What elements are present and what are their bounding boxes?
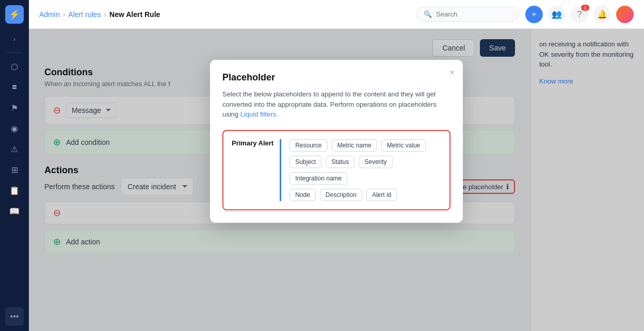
breadcrumb: Admin › Alert rules › New Alert Rule bbox=[39, 10, 410, 19]
sidebar-icon-grid[interactable]: ⊞ bbox=[5, 160, 24, 179]
search-box[interactable]: 🔍 bbox=[416, 7, 519, 22]
modal-close-button[interactable]: × bbox=[450, 68, 455, 77]
sidebar-icon-flag[interactable]: ⚑ bbox=[5, 98, 24, 117]
placeholder-tag-node[interactable]: Node bbox=[289, 189, 316, 201]
modal-overlay[interactable]: Placeholder Select the below placeholder… bbox=[29, 29, 644, 331]
help-button[interactable]: ? 1 bbox=[571, 6, 588, 23]
main-content: Admin › Alert rules › New Alert Rule 🔍 +… bbox=[29, 0, 644, 331]
placeholder-modal: Placeholder Select the below placeholder… bbox=[210, 60, 463, 223]
placeholder-row-2: Subject Status Severity Integration name bbox=[289, 156, 441, 185]
sidebar-icon-home[interactable]: ⬡ bbox=[5, 57, 24, 76]
placeholder-tag-integration-name[interactable]: Integration name bbox=[289, 172, 347, 185]
placeholder-content: Primary Alert Resource Metric name Metri… bbox=[222, 130, 450, 210]
sidebar-icon-clipboard[interactable]: 📋 bbox=[5, 181, 24, 200]
placeholder-tag-severity[interactable]: Severity bbox=[359, 156, 392, 168]
placeholder-tag-metric-value[interactable]: Metric value bbox=[381, 139, 426, 152]
breadcrumb-alert-rules[interactable]: Alert rules bbox=[68, 10, 101, 19]
placeholder-tag-subject[interactable]: Subject bbox=[289, 156, 321, 168]
search-input[interactable] bbox=[436, 10, 511, 18]
topbar: Admin › Alert rules › New Alert Rule 🔍 +… bbox=[29, 0, 644, 29]
add-button[interactable]: + bbox=[525, 6, 543, 23]
breadcrumb-sep-2: › bbox=[104, 10, 106, 19]
sidebar-icon-book[interactable]: 📖 bbox=[5, 202, 24, 220]
bell-button[interactable]: 🔔 bbox=[593, 6, 611, 23]
team-button[interactable]: 👥 bbox=[548, 6, 566, 23]
sidebar-icon-alerts[interactable]: ≡ bbox=[5, 78, 24, 96]
content-area: Cancel Save Conditions When an incoming … bbox=[29, 29, 644, 331]
breadcrumb-admin[interactable]: Admin bbox=[39, 10, 60, 19]
placeholder-tag-status[interactable]: Status bbox=[326, 156, 355, 168]
placeholder-tag-description[interactable]: Description bbox=[320, 189, 362, 201]
sidebar-icon-warning[interactable]: ⚠ bbox=[5, 140, 24, 158]
search-icon: 🔍 bbox=[424, 10, 432, 18]
sidebar-expand-icon[interactable]: › bbox=[5, 30, 24, 48]
topbar-actions: + 👥 ? 1 🔔 bbox=[525, 6, 634, 23]
notification-badge: 1 bbox=[581, 5, 589, 11]
sidebar-icon-monitor[interactable]: ◉ bbox=[5, 119, 24, 138]
primary-alert-col: Primary Alert bbox=[232, 139, 281, 201]
placeholder-tag-alert-id[interactable]: Alert id bbox=[366, 189, 397, 201]
sidebar: ⚡ › ⬡ ≡ ⚑ ◉ ⚠ ⊞ 📋 📖 ••• bbox=[0, 0, 29, 331]
primary-alert-label: Primary Alert bbox=[232, 139, 273, 147]
app-logo[interactable]: ⚡ bbox=[5, 5, 24, 24]
liquid-filters-link[interactable]: Liquid filters. bbox=[240, 110, 278, 118]
modal-desc: Select the below placeholders to append … bbox=[222, 89, 450, 120]
breadcrumb-current: New Alert Rule bbox=[109, 10, 160, 19]
placeholder-row-1: Resource Metric name Metric value bbox=[289, 139, 441, 152]
avatar[interactable] bbox=[616, 6, 634, 23]
modal-title: Placeholder bbox=[222, 72, 450, 83]
placeholder-tags: Resource Metric name Metric value Subjec… bbox=[289, 139, 441, 201]
sidebar-more-button[interactable]: ••• bbox=[5, 307, 24, 326]
placeholder-tag-resource[interactable]: Resource bbox=[289, 139, 327, 152]
placeholder-tag-metric-name[interactable]: Metric name bbox=[332, 139, 377, 152]
placeholder-row-3: Node Description Alert id bbox=[289, 189, 441, 201]
breadcrumb-sep-1: › bbox=[63, 10, 66, 19]
